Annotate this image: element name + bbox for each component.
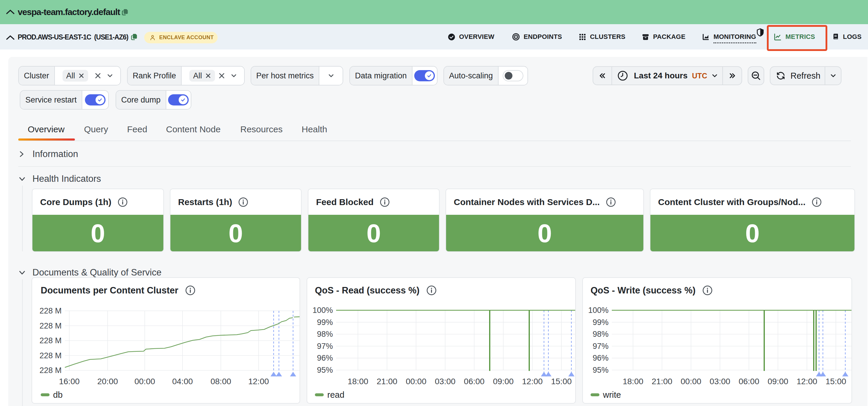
svg-text:98%: 98%	[317, 330, 333, 339]
svg-text:15:00: 15:00	[826, 377, 846, 386]
svg-text:16:00: 16:00	[59, 377, 80, 386]
svg-text:100%: 100%	[313, 306, 333, 315]
svg-text:08:00: 08:00	[211, 377, 231, 386]
svg-text:97%: 97%	[593, 342, 609, 350]
svg-text:09:00: 09:00	[493, 377, 514, 386]
svg-text:228 M: 228 M	[39, 366, 62, 375]
svg-text:95%: 95%	[317, 366, 333, 374]
svg-text:00:00: 00:00	[406, 377, 426, 386]
svg-text:15:00: 15:00	[551, 377, 572, 386]
svg-text:228 M: 228 M	[39, 336, 62, 345]
svg-text:write: write	[602, 390, 621, 400]
svg-text:12:00: 12:00	[248, 377, 269, 386]
svg-text:00:00: 00:00	[134, 377, 155, 386]
svg-text:06:00: 06:00	[739, 377, 759, 386]
svg-text:00:00: 00:00	[681, 377, 702, 386]
svg-text:96%: 96%	[317, 353, 333, 362]
svg-text:12:00: 12:00	[797, 377, 817, 386]
svg-text:09:00: 09:00	[768, 377, 788, 386]
svg-text:98%: 98%	[593, 330, 609, 339]
svg-text:03:00: 03:00	[710, 377, 730, 386]
svg-text:100%: 100%	[588, 306, 609, 315]
svg-text:228 M: 228 M	[39, 306, 62, 315]
svg-text:20:00: 20:00	[97, 377, 118, 386]
svg-text:db: db	[53, 390, 63, 400]
svg-text:97%: 97%	[317, 342, 333, 350]
svg-text:99%: 99%	[593, 318, 609, 327]
svg-text:99%: 99%	[317, 318, 333, 327]
svg-text:04:00: 04:00	[172, 377, 193, 386]
svg-text:228 M: 228 M	[39, 351, 62, 360]
svg-text:read: read	[327, 390, 344, 400]
svg-text:21:00: 21:00	[652, 377, 672, 386]
svg-text:96%: 96%	[593, 353, 609, 362]
svg-text:06:00: 06:00	[464, 377, 485, 386]
svg-text:03:00: 03:00	[435, 377, 456, 386]
svg-text:21:00: 21:00	[377, 377, 398, 386]
svg-text:95%: 95%	[593, 366, 609, 374]
svg-text:12:00: 12:00	[522, 377, 543, 386]
svg-text:18:00: 18:00	[623, 377, 643, 386]
svg-text:18:00: 18:00	[348, 377, 368, 386]
svg-text:228 M: 228 M	[39, 322, 62, 330]
